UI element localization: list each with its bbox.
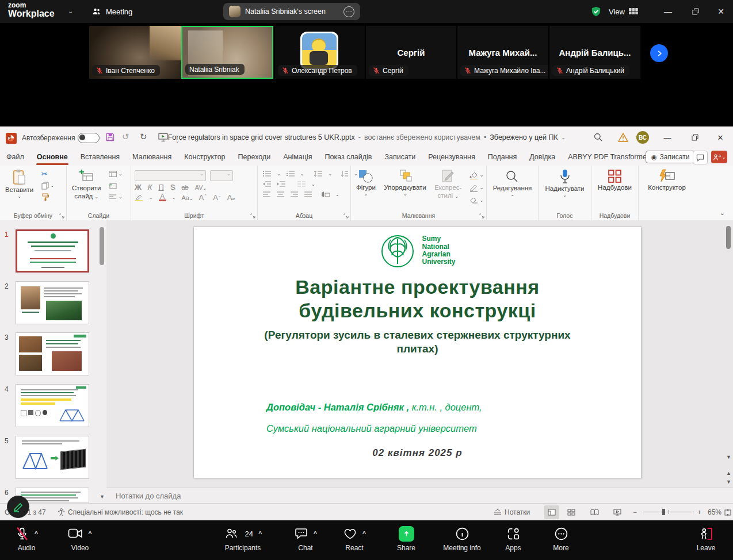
arrange-button[interactable]: Упорядкувати ⌄ [381, 168, 429, 198]
slide-1-title-slide[interactable]: Sumy National Agrarian University Варіан… [193, 227, 642, 478]
dialog-launcher-icon[interactable] [479, 213, 484, 218]
participant-tile[interactable]: Олександр Петров [275, 26, 365, 79]
record-button[interactable]: ◉ Записати [646, 151, 695, 163]
participant-tile[interactable]: Сергій Сергій [366, 26, 456, 79]
ppt-restore-button[interactable] [682, 126, 708, 148]
apps-button[interactable]: Apps [487, 525, 539, 552]
thumbnail-scrollbar[interactable] [100, 227, 104, 265]
shape-fill-button[interactable]: ⌄ [469, 171, 484, 179]
designer-button[interactable]: Конструктор [645, 168, 689, 192]
participant-tile[interactable]: Мажуга Михай... Мажуга Михайло Іва... [457, 26, 548, 79]
comments-button[interactable] [693, 151, 708, 164]
tab-record[interactable]: Записати [378, 148, 422, 166]
participants-options-caret[interactable]: ^ [258, 530, 262, 537]
line-spacing-button[interactable] [314, 170, 323, 177]
character-spacing-button[interactable]: AV⌄ [195, 184, 207, 191]
dialog-launcher-icon[interactable] [59, 213, 64, 218]
shape-outline-button[interactable]: ⌄ [469, 183, 484, 192]
editing-button[interactable]: Редагування ⌄ [490, 168, 535, 198]
tab-slideshow[interactable]: Показ слайдів [319, 148, 379, 166]
react-button[interactable]: ^ React [329, 525, 380, 552]
redo-icon[interactable]: ↻ [140, 132, 147, 142]
change-case-button[interactable]: Aa⌄ [181, 194, 193, 201]
shrink-font-button[interactable]: A⌄ [213, 193, 222, 202]
tab-draw[interactable]: Малювання [126, 148, 178, 166]
video-options-caret[interactable]: ^ [88, 530, 91, 537]
next-page-videos-button[interactable] [650, 44, 668, 62]
dialog-launcher-icon[interactable] [343, 213, 349, 218]
undo-icon[interactable]: ↺ [122, 132, 129, 142]
security-shield-icon[interactable] [590, 0, 602, 23]
canvas-scrollbar[interactable] [726, 226, 731, 249]
accessibility-status[interactable]: Спеціальні можливості: щось не так [58, 504, 183, 521]
user-avatar-badge[interactable]: ВС [636, 131, 649, 144]
zoom-out-button[interactable]: − [633, 504, 637, 521]
slide-thumbnail-3[interactable] [16, 332, 89, 375]
audio-options-caret[interactable]: ^ [35, 530, 38, 537]
bullets-button[interactable] [262, 170, 272, 177]
more-button[interactable]: More [535, 525, 587, 552]
share-button[interactable]: Share [380, 525, 432, 552]
chat-button[interactable]: ^ Chat [280, 525, 331, 552]
new-slide-button[interactable]: Створити слайд ⌄ [69, 168, 104, 201]
justify-button[interactable] [304, 191, 312, 198]
tab-design[interactable]: Конструктор [178, 148, 231, 166]
zoom-slider-thumb[interactable] [662, 509, 665, 515]
text-direction-button[interactable] [341, 170, 349, 177]
dialog-launcher-icon[interactable] [250, 213, 255, 218]
grow-font-button[interactable]: A⌃ [199, 193, 208, 202]
zoom-in-button[interactable]: + [697, 504, 701, 521]
previous-slide-button[interactable]: ▲ [726, 471, 731, 476]
window-restore-button[interactable] [684, 0, 708, 23]
font-color-button[interactable]: A [159, 194, 166, 201]
underline-button[interactable]: П [158, 183, 163, 191]
decrease-indent-button[interactable] [262, 181, 272, 187]
participant-tile[interactable]: Іван Степченко [89, 26, 181, 79]
slide-thumbnail-1[interactable] [16, 229, 89, 273]
tab-animations[interactable]: Анімація [277, 148, 318, 166]
clear-formatting-button[interactable]: A⌀ [227, 193, 235, 202]
dictate-button[interactable]: Надиктувати ⌄ [543, 168, 587, 199]
highlight-button[interactable] [135, 194, 143, 201]
numbering-button[interactable] [286, 170, 295, 177]
quick-styles-button[interactable]: Експрес- стилі ⌄ [432, 168, 464, 201]
share-button-ppt[interactable]: ⌄ [711, 151, 727, 163]
window-close-button[interactable]: ✕ [709, 0, 733, 23]
window-minimize-button[interactable]: — [656, 0, 680, 23]
chevron-down-icon[interactable]: ⌄ [149, 195, 153, 200]
reset-slide-button[interactable] [109, 181, 123, 190]
slide-thumbnail-2[interactable] [16, 281, 89, 324]
slide-thumbnail-5[interactable] [16, 436, 89, 479]
chat-options-caret[interactable]: ^ [314, 530, 317, 537]
next-slide-button[interactable]: ▼ [726, 480, 731, 485]
zoom-slider[interactable] [643, 512, 694, 512]
strikethrough-button[interactable]: ab [181, 184, 188, 191]
tab-help[interactable]: Довідка [523, 148, 562, 166]
tab-review[interactable]: Рецензування [422, 148, 481, 166]
search-icon[interactable] [594, 133, 602, 141]
thumbnail-scroll-down-icon[interactable]: ▼ [100, 494, 105, 500]
align-left-button[interactable] [262, 191, 271, 198]
reading-view-button[interactable] [590, 504, 599, 521]
tab-abbyy[interactable]: ABBYY PDF Transformer+ [562, 148, 659, 166]
meeting-info-button[interactable]: Meeting info [436, 525, 488, 552]
tab-view[interactable]: Подання [482, 148, 523, 166]
audio-button[interactable]: ^ Audio [1, 525, 52, 552]
save-location[interactable]: Збережено у цей ПК [490, 133, 558, 141]
font-name-select[interactable] [135, 170, 206, 181]
align-right-button[interactable] [290, 191, 299, 198]
participants-button[interactable]: 24 ^ Participants [211, 525, 275, 552]
video-button[interactable]: ^ Video [54, 525, 106, 552]
participant-tile-active-speaker[interactable]: Nataliia Sribniak [181, 26, 273, 79]
font-size-select[interactable] [210, 170, 233, 181]
eraser-button[interactable]: ⌄ [469, 196, 484, 205]
save-icon[interactable] [106, 133, 114, 141]
start-slideshow-icon[interactable] [158, 133, 168, 142]
zoom-level[interactable]: 65% [708, 504, 721, 521]
zoom-annotate-button[interactable] [7, 496, 29, 518]
ppt-minimize-button[interactable]: — [655, 126, 680, 148]
shapes-button[interactable]: Фігури ⌄ [353, 168, 379, 198]
view-button[interactable]: View [609, 0, 638, 23]
leave-button[interactable]: Leave [680, 525, 732, 552]
tab-meeting[interactable]: Meeting [92, 0, 132, 23]
